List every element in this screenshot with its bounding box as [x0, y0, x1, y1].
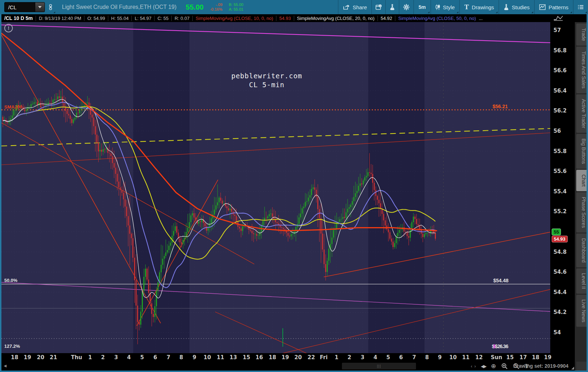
- last-price: 55.00: [186, 3, 204, 11]
- price-axis[interactable]: 5756.856.656.456.25655.855.655.455.254.8…: [550, 22, 575, 353]
- scroll-corner: [576, 362, 587, 371]
- style-button[interactable]: Style: [431, 0, 459, 14]
- study-sma20-label[interactable]: SimpleMovingAvg (CLOSE, 20, 0, no): [294, 16, 378, 21]
- study-sma50-label[interactable]: SimpleMovingAvg (CLOSE, 50, 0, no): [395, 16, 479, 21]
- horizontal-scrollbar-thumb[interactable]: |||: [342, 363, 416, 370]
- study-price-badge: 54.93: [552, 236, 568, 242]
- time-axis-label: 9: [193, 354, 196, 361]
- style-label: Style: [443, 4, 455, 10]
- page-info-icon: i: [375, 4, 382, 10]
- time-axis-label: 1: [88, 354, 92, 361]
- study-overflow[interactable]: ...: [479, 16, 485, 21]
- time-axis-label: 11: [217, 354, 224, 361]
- price-axis-label: 56.2: [553, 108, 567, 114]
- price-axis-label: 55.8: [553, 148, 567, 154]
- time-axis-label: 18: [532, 354, 540, 361]
- sidebar-tab-live-news[interactable]: Live News: [576, 295, 587, 327]
- time-axis-label: 21: [50, 354, 57, 361]
- ask: A: 55.01: [229, 7, 244, 12]
- chart-title: /CL 10 D 5m: [1, 16, 36, 21]
- chart-scale-icon[interactable]: [553, 15, 564, 21]
- drawing-set-label[interactable]: Drawing set: 2019-0904: [513, 363, 568, 369]
- info-icon[interactable]: !: [4, 24, 13, 32]
- timeframe-label: 5m: [418, 4, 426, 10]
- time-axis-label: 12: [475, 354, 483, 361]
- time-axis-label: 11: [462, 354, 470, 361]
- time-axis-label: 22: [308, 354, 315, 361]
- symbol-dropdown-button[interactable]: [35, 2, 45, 12]
- chart-menu-button[interactable]: [573, 0, 588, 14]
- scroll-left-arrow[interactable]: ◄: [3, 363, 7, 368]
- chart-describer-button[interactable]: i: [372, 0, 385, 14]
- flask-icon: [390, 4, 395, 10]
- sidebar-tab-phase-scores[interactable]: Phase Scores: [576, 192, 587, 232]
- patterns-button[interactable]: Patterns: [535, 0, 573, 14]
- gear-icon: [403, 4, 410, 10]
- top-toolbar: /CL Light Sweet Crude Oil Futures,ETH (O…: [0, 0, 588, 14]
- price-axis-label: 54: [553, 329, 561, 336]
- time-axis-label: 16: [256, 354, 263, 361]
- patterns-label: Patterns: [548, 4, 568, 10]
- share-label: Share: [353, 4, 367, 10]
- pan-right-icon[interactable]: ›: [474, 364, 476, 369]
- sidebar-tab-times-and-sales[interactable]: Times And Sales: [576, 47, 587, 93]
- last-price-badge: 55: [552, 229, 561, 235]
- time-axis[interactable]: 18192021Thu123456789101113151618192022Fr…: [1, 353, 575, 362]
- time-axis-label: 9: [438, 354, 442, 361]
- sidebar-tab-chart[interactable]: Chart: [576, 170, 587, 191]
- resize-corner-icon[interactable]: [571, 367, 574, 370]
- study-sma10-label[interactable]: SimpleMovingAvg (CLOSE, 10, 0, no): [192, 16, 276, 21]
- time-axis-label: 6: [153, 354, 157, 361]
- time-axis-label: 7: [167, 354, 170, 361]
- text-tool-icon: T: [464, 3, 469, 11]
- sidebar-gadget-tabs: TradeTimes And SalesActive TraderBig But…: [575, 22, 587, 371]
- time-axis-label: 4: [374, 354, 377, 361]
- time-axis-label: 2: [101, 354, 105, 361]
- zoom-in-icon[interactable]: [501, 363, 508, 370]
- symbol-input[interactable]: /CL: [4, 2, 45, 12]
- price-axis-label: 55.6: [553, 168, 567, 174]
- sidebar-tab-trade[interactable]: Trade: [576, 23, 587, 46]
- watermark-line2: CL 5-min: [213, 80, 320, 89]
- pct-change: -0.16%: [210, 7, 223, 12]
- time-axis-label: Fri: [320, 354, 328, 361]
- quick-study-button[interactable]: [386, 0, 399, 14]
- studies-label: Studies: [512, 4, 530, 10]
- time-axis-label: Thu: [71, 354, 82, 361]
- pan-left-icon[interactable]: ‹: [471, 364, 472, 369]
- price-axis-label: 54.6: [553, 269, 567, 275]
- fit-width-icon[interactable]: ◀▶: [481, 364, 486, 369]
- crosshair-icon[interactable]: ⊕: [491, 362, 496, 370]
- time-axis-label: 1: [335, 354, 338, 361]
- sidebar-tab-active-trader[interactable]: Active Trader: [576, 94, 587, 133]
- timeframe-button[interactable]: 5m: [414, 0, 430, 14]
- thinkorswim-window: /CL Light Sweet Crude Oil Futures,ETH (O…: [0, 0, 588, 372]
- chart-watermark: pebblewriter.com CL 5-min: [213, 72, 320, 89]
- sidebar-tab-level-ii[interactable]: Level II: [576, 268, 587, 294]
- menu-icon: [578, 5, 584, 10]
- bar-datetime: D: 9/13/19 12:40 PM: [36, 16, 84, 21]
- price-axis-label: 56.4: [553, 88, 567, 94]
- bid: B: 55.00: [229, 2, 244, 7]
- share-button[interactable]: Share: [338, 0, 371, 14]
- time-axis-label: 10: [204, 354, 211, 361]
- candlestick-icon: [436, 4, 440, 10]
- link-channel-button[interactable]: [45, 0, 56, 14]
- symbol-value[interactable]: /CL: [5, 2, 35, 12]
- settings-button[interactable]: [399, 0, 413, 14]
- sidebar-tab-big-buttons[interactable]: Big Buttons: [576, 134, 587, 169]
- watermark-line1: pebblewriter.com: [213, 72, 320, 80]
- drawings-button[interactable]: T Drawings: [460, 0, 499, 14]
- link-icon: [48, 4, 53, 10]
- time-axis-label: 5: [386, 354, 390, 361]
- studies-button[interactable]: Studies: [499, 0, 534, 14]
- sidebar-tab-dashboard[interactable]: Dashboard: [576, 234, 587, 267]
- price-axis-label: 55.4: [553, 188, 567, 195]
- chart-canvas[interactable]: ! pebblewriter.com CL 5-min SMA200 $56.2…: [1, 22, 550, 353]
- window-frame-left: [0, 14, 1, 372]
- time-axis-label: 18: [11, 354, 19, 361]
- time-axis-label: 18: [269, 354, 276, 361]
- time-axis-label: 17: [520, 354, 527, 361]
- bar-close: C: 55: [154, 16, 171, 21]
- time-axis-label: 6: [399, 354, 403, 361]
